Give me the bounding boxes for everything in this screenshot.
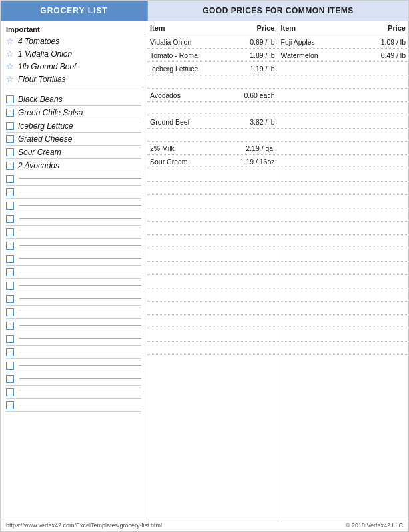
check-label-4: Sour Cream	[18, 148, 61, 157]
price-row-l0: Vidalia Onion 0.69 / lb	[147, 35, 278, 49]
price-row-empty-lk	[147, 302, 278, 315]
empty-check-15	[6, 292, 141, 306]
check-label-1: Green Chile Salsa	[18, 108, 83, 117]
price-price-l2: 1.19 / lb	[232, 63, 278, 74]
checkbox-e9[interactable]	[6, 215, 14, 223]
check-item-4[interactable]: Sour Cream	[6, 146, 141, 159]
price-row-l9: Sour Cream 1.19 / 16oz	[147, 155, 278, 168]
price-section-left: Item Price Vidalia Onion 0.69 / lb Tomat…	[147, 21, 278, 519]
page: GROCERY LIST GOOD PRICES FOR COMMON ITEM…	[0, 0, 409, 532]
price-item-l6: Ground Beef	[147, 117, 232, 127]
col-price-header-left: Price	[232, 23, 278, 33]
empty-check-14	[6, 279, 141, 292]
empty-check-18	[6, 332, 141, 346]
star-item-label-3: Flour Tortillas	[18, 75, 66, 84]
empty-check-19	[6, 346, 141, 359]
checkbox-e21[interactable]	[6, 375, 14, 383]
check-label-2: Iceberg Lettuce	[18, 121, 73, 131]
checkbox-3[interactable]	[6, 135, 14, 143]
price-row-empty-rc	[278, 89, 409, 102]
check-item-3[interactable]: Grated Cheese	[6, 133, 141, 146]
star-icon-1: ☆	[6, 49, 14, 59]
checkbox-e7[interactable]	[6, 188, 14, 196]
price-row-empty-ld	[147, 208, 278, 222]
price-row-l8: 2% Milk 2.19 / gal	[147, 142, 278, 155]
checkbox-e12[interactable]	[6, 255, 14, 263]
checkbox-5[interactable]	[6, 162, 14, 170]
price-row-l6: Ground Beef 3.82 / lb	[147, 115, 278, 129]
price-row-empty-rt	[278, 315, 409, 328]
prices-header: GOOD PRICES FOR COMMON ITEMS	[147, 1, 408, 21]
checkbox-1[interactable]	[6, 109, 14, 117]
checkbox-e17[interactable]	[6, 322, 14, 330]
empty-check-22	[6, 386, 141, 399]
check-label-5: 2 Avocados	[18, 161, 59, 170]
checkbox-e23[interactable]	[6, 401, 14, 409]
price-row-empty-le	[147, 222, 278, 235]
header-row: GROCERY LIST GOOD PRICES FOR COMMON ITEM…	[1, 1, 408, 21]
price-row-empty-l3	[147, 75, 278, 89]
footer-copyright: © 2018 Vertex42 LLC	[346, 522, 403, 529]
checkbox-e22[interactable]	[6, 388, 14, 396]
price-row-r1: Watermelon 0.49 / lb	[278, 49, 409, 62]
checkbox-2[interactable]	[6, 122, 14, 130]
price-row-empty-rb	[278, 75, 409, 89]
star-icon-0: ☆	[6, 36, 14, 46]
price-row-empty-ln	[147, 342, 278, 355]
price-price-r0: 1.09 / lb	[363, 37, 408, 47]
col-price-header-right: Price	[363, 23, 408, 33]
grocery-list-header: GROCERY LIST	[1, 1, 147, 21]
star-item-label-0: 4 Tomatoes	[18, 37, 59, 46]
price-row-r0: Fuji Apples 1.09 / lb	[278, 35, 409, 49]
price-row-empty-li	[147, 275, 278, 288]
check-item-5[interactable]: 2 Avocados	[6, 159, 141, 172]
price-item-l0: Vidalia Onion	[147, 37, 232, 47]
price-item-l4: Avocados	[147, 90, 232, 101]
price-row-empty-ll	[147, 315, 278, 328]
star-item-3: ☆ Flour Tortillas	[6, 73, 141, 85]
price-row-empty-ru	[278, 328, 409, 342]
price-row-empty-rm	[278, 222, 409, 235]
checkbox-e10[interactable]	[6, 228, 14, 236]
price-row-empty-rn	[278, 235, 409, 248]
checkbox-0[interactable]	[6, 95, 14, 103]
star-item-label-1: 1 Vidalia Onion	[18, 49, 72, 59]
prices-columns: Item Price Vidalia Onion 0.69 / lb Tomat…	[147, 21, 408, 519]
checkbox-e19[interactable]	[6, 348, 14, 356]
price-row-empty-lj	[147, 288, 278, 302]
price-row-empty-lh	[147, 262, 278, 275]
checkbox-e13[interactable]	[6, 268, 14, 276]
price-row-empty-rs	[278, 302, 409, 315]
price-row-empty-la	[147, 168, 278, 182]
price-item-l2: Iceberg Lettuce	[147, 63, 232, 74]
checkbox-e20[interactable]	[6, 362, 14, 370]
checkbox-e8[interactable]	[6, 202, 14, 210]
checkbox-e11[interactable]	[6, 242, 14, 250]
price-price-r1: 0.49 / lb	[363, 50, 408, 61]
price-row-empty-rl	[278, 208, 409, 222]
check-item-2[interactable]: Iceberg Lettuce	[6, 119, 141, 133]
checkbox-e6[interactable]	[6, 175, 14, 183]
price-item-l9: Sour Cream	[147, 156, 232, 167]
price-row-empty-rk	[278, 195, 409, 208]
price-row-l4: Avocados 0.60 each	[147, 89, 278, 102]
check-item-0[interactable]: Black Beans	[6, 93, 141, 106]
grocery-column: Important ☆ 4 Tomatoes ☆ 1 Vidalia Onion…	[1, 21, 147, 519]
checkbox-e15[interactable]	[6, 295, 14, 303]
price-row-empty-ra	[278, 62, 409, 75]
price-item-l8: 2% Milk	[147, 143, 232, 154]
empty-check-6	[6, 172, 141, 186]
price-item-r0: Fuji Apples	[278, 37, 364, 47]
price-price-l4: 0.60 each	[232, 90, 278, 101]
checkbox-e16[interactable]	[6, 308, 14, 316]
price-price-l8: 2.19 / gal	[232, 143, 278, 154]
empty-check-9	[6, 212, 141, 226]
check-item-1[interactable]: Green Chile Salsa	[6, 106, 141, 119]
price-row-empty-l7	[147, 129, 278, 142]
checkbox-e18[interactable]	[6, 335, 14, 343]
price-price-l1: 1.89 / lb	[232, 50, 278, 61]
checkbox-4[interactable]	[6, 148, 14, 156]
price-row-empty-lm	[147, 328, 278, 342]
price-row-empty-l5	[147, 102, 278, 115]
checkbox-e14[interactable]	[6, 282, 14, 290]
